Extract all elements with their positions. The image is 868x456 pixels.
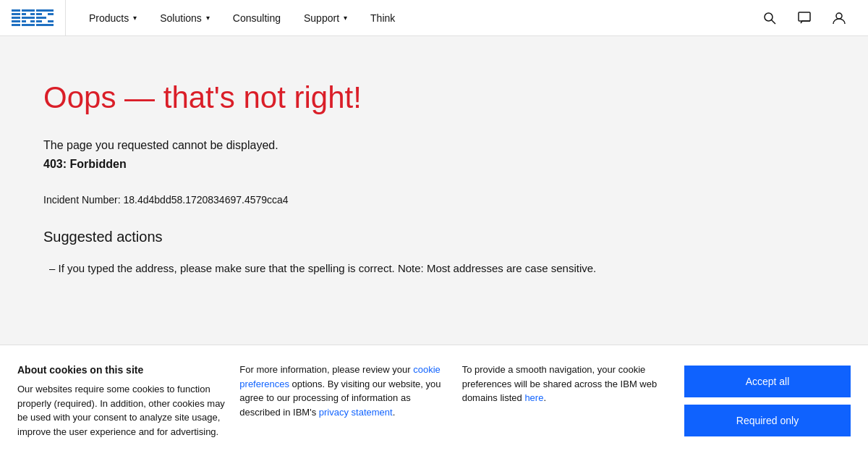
svg-rect-17 xyxy=(48,13,54,15)
user-icon xyxy=(832,11,846,25)
svg-rect-4 xyxy=(12,24,20,26)
chevron-down-icon: ▾ xyxy=(206,14,210,22)
nav-support-label: Support xyxy=(304,12,339,24)
suggested-actions-title: Suggested actions xyxy=(43,229,825,245)
nav-item-think[interactable]: Think xyxy=(359,0,407,36)
svg-rect-11 xyxy=(30,20,35,22)
svg-rect-13 xyxy=(36,13,42,15)
main-navigation: Products ▾ Solutions ▾ Consulting Suppor… xyxy=(0,0,868,36)
svg-rect-15 xyxy=(36,20,42,22)
nav-item-solutions[interactable]: Solutions ▾ xyxy=(148,0,221,36)
ibm-logo[interactable] xyxy=(12,0,66,35)
nav-links: Products ▾ Solutions ▾ Consulting Suppor… xyxy=(77,0,752,36)
svg-rect-0 xyxy=(12,9,20,12)
error-heading: Oops — that's not right! xyxy=(43,80,825,116)
nav-item-products[interactable]: Products ▾ xyxy=(77,0,148,36)
svg-rect-16 xyxy=(36,24,54,26)
nav-consulting-label: Consulting xyxy=(233,12,281,24)
svg-point-22 xyxy=(836,13,842,19)
chat-icon xyxy=(797,11,812,25)
chevron-down-icon: ▾ xyxy=(133,14,137,22)
svg-rect-1 xyxy=(12,13,20,15)
search-button[interactable] xyxy=(752,0,787,36)
nav-think-label: Think xyxy=(370,12,395,24)
svg-rect-2 xyxy=(12,17,20,19)
svg-rect-12 xyxy=(36,9,54,12)
svg-rect-9 xyxy=(22,24,35,26)
nav-icon-group xyxy=(752,0,856,36)
cookie-banner: About cookies on this site Our websites … xyxy=(0,345,868,348)
ibm-logo-svg xyxy=(12,9,54,26)
chat-button[interactable] xyxy=(787,0,822,36)
svg-rect-3 xyxy=(12,20,20,22)
nav-item-consulting[interactable]: Consulting xyxy=(221,0,292,36)
actions-list: If you typed the address, please make su… xyxy=(43,260,825,277)
svg-point-19 xyxy=(765,13,773,21)
main-content: Oops — that's not right! The page you re… xyxy=(0,36,868,347)
svg-rect-6 xyxy=(22,13,26,15)
user-button[interactable] xyxy=(822,0,856,36)
svg-rect-18 xyxy=(48,20,54,22)
search-icon xyxy=(762,11,777,25)
svg-rect-7 xyxy=(22,17,35,19)
action-item-0: If you typed the address, please make su… xyxy=(43,260,825,277)
svg-rect-14 xyxy=(36,17,46,19)
svg-rect-21 xyxy=(799,12,810,21)
error-description: The page you requested cannot be display… xyxy=(43,139,825,152)
nav-solutions-label: Solutions xyxy=(160,12,202,24)
error-code: 403: Forbidden xyxy=(43,158,825,171)
nav-item-support[interactable]: Support ▾ xyxy=(292,0,359,36)
svg-rect-8 xyxy=(22,20,26,22)
nav-products-label: Products xyxy=(89,12,129,24)
incident-number: Incident Number: 18.4d4bdd58.1720834697.… xyxy=(43,194,825,206)
svg-rect-10 xyxy=(30,13,35,15)
svg-line-20 xyxy=(772,20,776,24)
chevron-down-icon: ▾ xyxy=(344,14,347,22)
svg-rect-5 xyxy=(22,9,35,12)
